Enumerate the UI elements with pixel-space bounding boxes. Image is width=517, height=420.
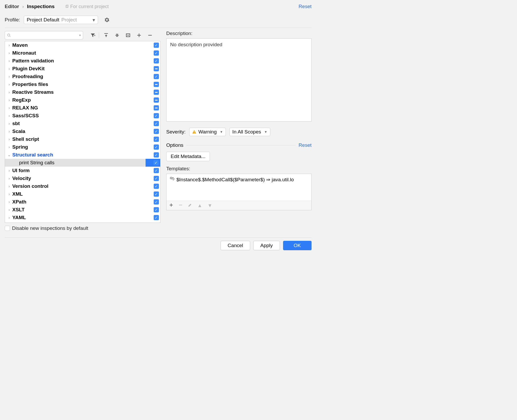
template-add-icon[interactable] — [169, 203, 173, 208]
inspection-checkbox[interactable]: ✓ — [153, 160, 159, 165]
reset-link[interactable]: Reset — [298, 4, 312, 9]
tree-row[interactable]: ›sbt✓ — [5, 120, 160, 127]
chevron-right-icon[interactable]: › — [6, 129, 12, 133]
tree-row[interactable]: ›RegExp — [5, 96, 160, 104]
tree-row[interactable]: ›Reactive Streams — [5, 88, 160, 96]
tree-item-label: XPath — [12, 199, 26, 205]
severity-select[interactable]: Warning ▼ — [189, 128, 226, 136]
tree-row[interactable]: ›XSLT✓ — [5, 206, 160, 214]
expand-all-icon[interactable] — [102, 31, 110, 39]
inspection-checkbox[interactable]: ✓ — [154, 129, 159, 134]
inspection-checkbox[interactable]: ✓ — [154, 168, 159, 173]
tree-item-label: Structural search — [12, 152, 53, 158]
chevron-right-icon[interactable]: › — [6, 200, 12, 204]
add-icon[interactable] — [135, 31, 143, 39]
inspection-checkbox[interactable] — [154, 82, 159, 87]
template-move-down-icon[interactable]: ▼ — [208, 203, 212, 208]
tree-row[interactable]: ›RELAX NG — [5, 104, 160, 112]
inspection-checkbox[interactable] — [154, 105, 159, 110]
chevron-right-icon[interactable]: › — [6, 184, 12, 188]
inspection-checkbox[interactable]: ✓ — [154, 152, 159, 158]
inspection-checkbox[interactable]: ✓ — [154, 184, 159, 189]
chevron-right-icon[interactable]: › — [6, 176, 12, 180]
tree-row[interactable]: ›UI form✓ — [5, 167, 160, 174]
chevron-right-icon[interactable]: › — [6, 121, 12, 126]
inspection-checkbox[interactable]: ✓ — [154, 74, 159, 79]
disable-new-checkbox[interactable] — [5, 226, 10, 231]
svg-point-2 — [8, 34, 10, 36]
tree-row[interactable]: ›Version control✓ — [5, 182, 160, 190]
tree-row[interactable]: ›Plugin DevKit — [5, 65, 160, 73]
toggle-square-icon[interactable] — [124, 31, 132, 39]
inspection-checkbox[interactable]: ✓ — [154, 50, 159, 56]
tree-row[interactable]: ›XML✓ — [5, 190, 160, 198]
cancel-button[interactable]: Cancel — [221, 241, 250, 250]
chevron-right-icon[interactable]: › — [6, 168, 12, 173]
tree-row[interactable]: ›Pattern validation✓ — [5, 57, 160, 65]
gear-icon[interactable] — [104, 17, 110, 22]
ok-button[interactable]: OK — [283, 241, 312, 250]
chevron-right-icon[interactable]: › — [6, 59, 12, 63]
inspection-checkbox[interactable]: ✓ — [154, 215, 159, 220]
filter-icon[interactable]: ▾ — [89, 31, 97, 39]
chevron-right-icon[interactable]: › — [6, 215, 12, 220]
tree-row[interactable]: ›Velocity✓ — [5, 174, 160, 182]
inspection-checkbox[interactable]: ✓ — [154, 176, 159, 181]
tree-row[interactable]: ›XPath✓ — [5, 198, 160, 206]
breadcrumb-inspections[interactable]: Inspections — [27, 4, 55, 9]
inspection-checkbox[interactable]: ✓ — [154, 121, 159, 126]
tree-item-label: RELAX NG — [12, 105, 38, 111]
chevron-right-icon[interactable]: › — [6, 98, 12, 102]
inspection-checkbox[interactable]: ✓ — [154, 43, 159, 48]
inspection-checkbox[interactable] — [154, 66, 159, 71]
chevron-right-icon[interactable]: › — [6, 82, 12, 86]
template-move-up-icon[interactable]: ▲ — [197, 203, 202, 208]
tree-row[interactable]: ›Proofreading✓ — [5, 73, 160, 80]
tree-row[interactable]: ›Scala✓ — [5, 127, 160, 135]
tree-row[interactable]: ⌄Structural search✓ — [5, 151, 160, 159]
search-input[interactable]: ▾ — [5, 31, 83, 39]
tree-row[interactable]: ›Shell script✓ — [5, 135, 160, 143]
inspection-checkbox[interactable] — [154, 97, 159, 103]
inspection-checkbox[interactable] — [154, 90, 159, 95]
profile-select[interactable]: Project Default Project ▾ — [24, 16, 98, 24]
chevron-right-icon[interactable]: › — [6, 145, 12, 149]
options-reset-link[interactable]: Reset — [298, 142, 312, 148]
chevron-right-icon[interactable]: › — [6, 137, 12, 141]
inspection-checkbox[interactable]: ✓ — [154, 58, 159, 63]
tree-row[interactable]: ›Micronaut✓ — [5, 49, 160, 57]
chevron-right-icon[interactable]: › — [6, 208, 12, 212]
inspection-checkbox[interactable]: ✓ — [154, 113, 159, 118]
chevron-right-icon[interactable]: › — [6, 74, 12, 79]
inspection-checkbox[interactable]: ✓ — [154, 199, 159, 205]
inspection-checkbox[interactable]: ✓ — [154, 207, 159, 212]
tree-row[interactable]: ›Sass/SCSS✓ — [5, 112, 160, 120]
template-item[interactable]: $Instance$.$MethodCall$($Parameter$) ⇒ j… — [176, 177, 294, 183]
template-edit-icon[interactable] — [188, 203, 192, 208]
chevron-right-icon[interactable]: › — [6, 90, 12, 94]
chevron-right-icon[interactable]: › — [6, 51, 12, 55]
remove-icon[interactable] — [146, 31, 154, 39]
chevron-right-icon[interactable]: › — [6, 192, 12, 196]
apply-button[interactable]: Apply — [253, 241, 280, 250]
tree-row[interactable]: ›YAML✓ — [5, 214, 160, 221]
breadcrumb-editor[interactable]: Editor — [5, 4, 19, 9]
chevron-right-icon[interactable]: › — [6, 106, 12, 110]
tree-item-label: Pattern validation — [12, 58, 54, 64]
tree-row[interactable]: ›Maven✓ — [5, 41, 160, 49]
inspection-checkbox[interactable]: ✓ — [154, 137, 159, 142]
chevron-right-icon[interactable]: › — [6, 43, 12, 47]
chevron-right-icon[interactable]: › — [6, 114, 12, 118]
template-remove-icon[interactable] — [179, 203, 183, 208]
chevron-down-icon[interactable]: ⌄ — [6, 153, 12, 157]
inspection-checkbox[interactable]: ✓ — [154, 191, 159, 197]
scope-select[interactable]: In All Scopes ▼ — [229, 128, 270, 136]
inspection-tree[interactable]: ›Maven✓›Micronaut✓›Pattern validation✓›P… — [5, 41, 160, 223]
tree-row[interactable]: ›Properties files — [5, 80, 160, 88]
collapse-all-icon[interactable] — [113, 31, 121, 39]
edit-metadata-button[interactable]: Edit Metadata... — [166, 152, 210, 161]
chevron-right-icon[interactable]: › — [6, 67, 12, 71]
inspection-checkbox[interactable]: ✓ — [154, 144, 159, 150]
tree-row[interactable]: ›Spring✓ — [5, 143, 160, 151]
tree-row[interactable]: print String calls✓ — [5, 159, 160, 167]
